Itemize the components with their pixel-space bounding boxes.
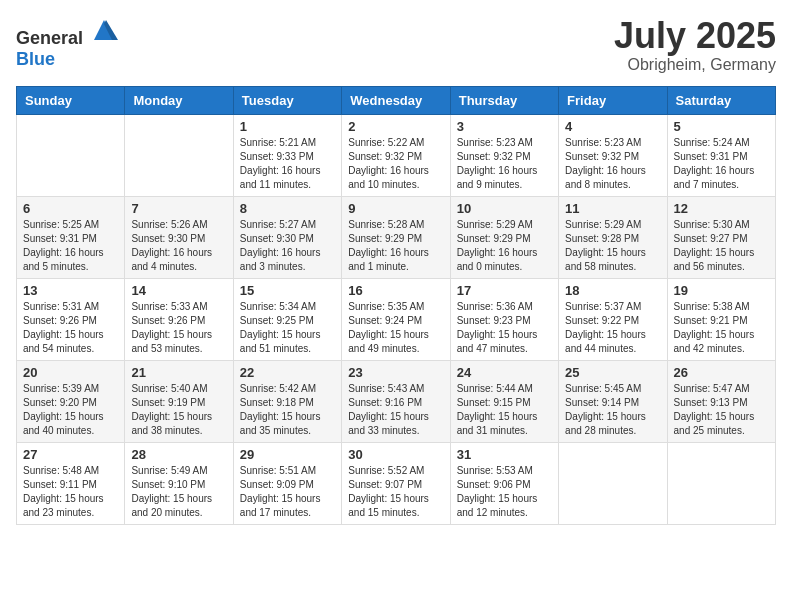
calendar-cell: 24Sunrise: 5:44 AMSunset: 9:15 PMDayligh… <box>450 360 558 442</box>
calendar-week-row: 13Sunrise: 5:31 AMSunset: 9:26 PMDayligh… <box>17 278 776 360</box>
calendar-cell: 2Sunrise: 5:22 AMSunset: 9:32 PMDaylight… <box>342 114 450 196</box>
day-number: 2 <box>348 119 443 134</box>
day-number: 6 <box>23 201 118 216</box>
day-info: Sunrise: 5:44 AMSunset: 9:15 PMDaylight:… <box>457 382 552 438</box>
logo-text: General Blue <box>16 16 118 70</box>
calendar-cell: 11Sunrise: 5:29 AMSunset: 9:28 PMDayligh… <box>559 196 667 278</box>
day-info: Sunrise: 5:52 AMSunset: 9:07 PMDaylight:… <box>348 464 443 520</box>
day-number: 25 <box>565 365 660 380</box>
calendar-cell: 9Sunrise: 5:28 AMSunset: 9:29 PMDaylight… <box>342 196 450 278</box>
day-info: Sunrise: 5:53 AMSunset: 9:06 PMDaylight:… <box>457 464 552 520</box>
calendar-cell: 28Sunrise: 5:49 AMSunset: 9:10 PMDayligh… <box>125 442 233 524</box>
day-number: 31 <box>457 447 552 462</box>
calendar-cell: 21Sunrise: 5:40 AMSunset: 9:19 PMDayligh… <box>125 360 233 442</box>
weekday-header-thursday: Thursday <box>450 86 558 114</box>
calendar-cell: 3Sunrise: 5:23 AMSunset: 9:32 PMDaylight… <box>450 114 558 196</box>
day-number: 20 <box>23 365 118 380</box>
weekday-header-sunday: Sunday <box>17 86 125 114</box>
calendar-cell: 12Sunrise: 5:30 AMSunset: 9:27 PMDayligh… <box>667 196 775 278</box>
calendar-week-row: 1Sunrise: 5:21 AMSunset: 9:33 PMDaylight… <box>17 114 776 196</box>
day-info: Sunrise: 5:21 AMSunset: 9:33 PMDaylight:… <box>240 136 335 192</box>
calendar-cell: 29Sunrise: 5:51 AMSunset: 9:09 PMDayligh… <box>233 442 341 524</box>
calendar-cell <box>17 114 125 196</box>
day-number: 24 <box>457 365 552 380</box>
weekday-header-monday: Monday <box>125 86 233 114</box>
calendar-cell: 15Sunrise: 5:34 AMSunset: 9:25 PMDayligh… <box>233 278 341 360</box>
day-info: Sunrise: 5:45 AMSunset: 9:14 PMDaylight:… <box>565 382 660 438</box>
day-number: 17 <box>457 283 552 298</box>
calendar-cell <box>559 442 667 524</box>
day-number: 15 <box>240 283 335 298</box>
day-info: Sunrise: 5:35 AMSunset: 9:24 PMDaylight:… <box>348 300 443 356</box>
calendar-cell: 16Sunrise: 5:35 AMSunset: 9:24 PMDayligh… <box>342 278 450 360</box>
day-info: Sunrise: 5:29 AMSunset: 9:28 PMDaylight:… <box>565 218 660 274</box>
day-info: Sunrise: 5:40 AMSunset: 9:19 PMDaylight:… <box>131 382 226 438</box>
weekday-header-row: SundayMondayTuesdayWednesdayThursdayFrid… <box>17 86 776 114</box>
day-number: 21 <box>131 365 226 380</box>
day-number: 14 <box>131 283 226 298</box>
calendar-cell: 5Sunrise: 5:24 AMSunset: 9:31 PMDaylight… <box>667 114 775 196</box>
day-number: 5 <box>674 119 769 134</box>
calendar-cell: 19Sunrise: 5:38 AMSunset: 9:21 PMDayligh… <box>667 278 775 360</box>
calendar-cell: 22Sunrise: 5:42 AMSunset: 9:18 PMDayligh… <box>233 360 341 442</box>
day-number: 1 <box>240 119 335 134</box>
day-info: Sunrise: 5:28 AMSunset: 9:29 PMDaylight:… <box>348 218 443 274</box>
day-info: Sunrise: 5:31 AMSunset: 9:26 PMDaylight:… <box>23 300 118 356</box>
calendar-cell: 27Sunrise: 5:48 AMSunset: 9:11 PMDayligh… <box>17 442 125 524</box>
day-info: Sunrise: 5:24 AMSunset: 9:31 PMDaylight:… <box>674 136 769 192</box>
logo-blue: Blue <box>16 49 55 69</box>
day-info: Sunrise: 5:23 AMSunset: 9:32 PMDaylight:… <box>457 136 552 192</box>
location: Obrigheim, Germany <box>614 56 776 74</box>
calendar-cell: 30Sunrise: 5:52 AMSunset: 9:07 PMDayligh… <box>342 442 450 524</box>
day-number: 27 <box>23 447 118 462</box>
calendar-cell: 8Sunrise: 5:27 AMSunset: 9:30 PMDaylight… <box>233 196 341 278</box>
calendar-cell: 6Sunrise: 5:25 AMSunset: 9:31 PMDaylight… <box>17 196 125 278</box>
calendar-table: SundayMondayTuesdayWednesdayThursdayFrid… <box>16 86 776 525</box>
weekday-header-saturday: Saturday <box>667 86 775 114</box>
calendar-cell <box>125 114 233 196</box>
day-info: Sunrise: 5:34 AMSunset: 9:25 PMDaylight:… <box>240 300 335 356</box>
day-info: Sunrise: 5:27 AMSunset: 9:30 PMDaylight:… <box>240 218 335 274</box>
day-number: 23 <box>348 365 443 380</box>
day-info: Sunrise: 5:36 AMSunset: 9:23 PMDaylight:… <box>457 300 552 356</box>
title-block: July 2025 Obrigheim, Germany <box>614 16 776 74</box>
logo-general: General <box>16 28 83 48</box>
day-info: Sunrise: 5:23 AMSunset: 9:32 PMDaylight:… <box>565 136 660 192</box>
calendar-cell: 14Sunrise: 5:33 AMSunset: 9:26 PMDayligh… <box>125 278 233 360</box>
day-info: Sunrise: 5:51 AMSunset: 9:09 PMDaylight:… <box>240 464 335 520</box>
day-number: 11 <box>565 201 660 216</box>
day-info: Sunrise: 5:33 AMSunset: 9:26 PMDaylight:… <box>131 300 226 356</box>
day-number: 12 <box>674 201 769 216</box>
day-number: 19 <box>674 283 769 298</box>
calendar-week-row: 6Sunrise: 5:25 AMSunset: 9:31 PMDaylight… <box>17 196 776 278</box>
day-number: 30 <box>348 447 443 462</box>
day-info: Sunrise: 5:25 AMSunset: 9:31 PMDaylight:… <box>23 218 118 274</box>
calendar-cell: 7Sunrise: 5:26 AMSunset: 9:30 PMDaylight… <box>125 196 233 278</box>
day-info: Sunrise: 5:22 AMSunset: 9:32 PMDaylight:… <box>348 136 443 192</box>
day-number: 26 <box>674 365 769 380</box>
day-info: Sunrise: 5:48 AMSunset: 9:11 PMDaylight:… <box>23 464 118 520</box>
calendar-week-row: 27Sunrise: 5:48 AMSunset: 9:11 PMDayligh… <box>17 442 776 524</box>
calendar-cell: 18Sunrise: 5:37 AMSunset: 9:22 PMDayligh… <box>559 278 667 360</box>
calendar-cell: 10Sunrise: 5:29 AMSunset: 9:29 PMDayligh… <box>450 196 558 278</box>
day-info: Sunrise: 5:42 AMSunset: 9:18 PMDaylight:… <box>240 382 335 438</box>
day-number: 7 <box>131 201 226 216</box>
day-number: 9 <box>348 201 443 216</box>
day-info: Sunrise: 5:30 AMSunset: 9:27 PMDaylight:… <box>674 218 769 274</box>
day-number: 10 <box>457 201 552 216</box>
day-info: Sunrise: 5:26 AMSunset: 9:30 PMDaylight:… <box>131 218 226 274</box>
day-number: 13 <box>23 283 118 298</box>
day-info: Sunrise: 5:38 AMSunset: 9:21 PMDaylight:… <box>674 300 769 356</box>
weekday-header-tuesday: Tuesday <box>233 86 341 114</box>
calendar-cell: 13Sunrise: 5:31 AMSunset: 9:26 PMDayligh… <box>17 278 125 360</box>
calendar-cell <box>667 442 775 524</box>
day-number: 3 <box>457 119 552 134</box>
day-number: 16 <box>348 283 443 298</box>
day-info: Sunrise: 5:47 AMSunset: 9:13 PMDaylight:… <box>674 382 769 438</box>
month-title: July 2025 <box>614 16 776 56</box>
day-info: Sunrise: 5:37 AMSunset: 9:22 PMDaylight:… <box>565 300 660 356</box>
calendar-cell: 26Sunrise: 5:47 AMSunset: 9:13 PMDayligh… <box>667 360 775 442</box>
calendar-cell: 31Sunrise: 5:53 AMSunset: 9:06 PMDayligh… <box>450 442 558 524</box>
calendar-week-row: 20Sunrise: 5:39 AMSunset: 9:20 PMDayligh… <box>17 360 776 442</box>
calendar-cell: 1Sunrise: 5:21 AMSunset: 9:33 PMDaylight… <box>233 114 341 196</box>
